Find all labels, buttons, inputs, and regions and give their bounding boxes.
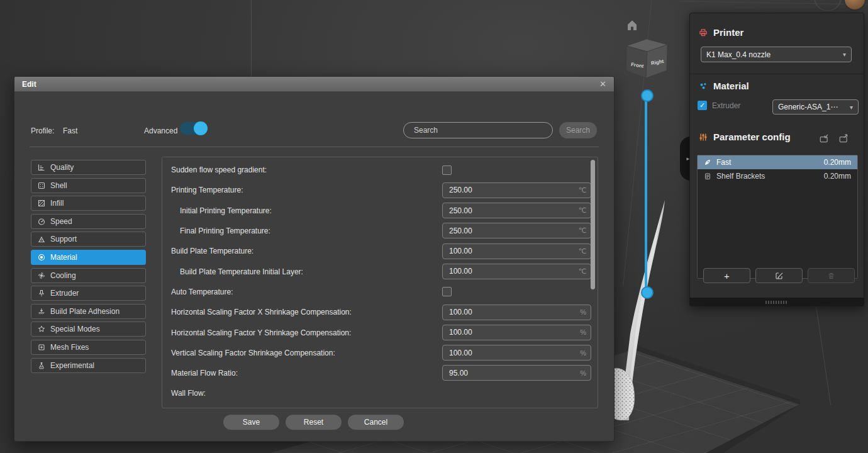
sidebar-item-speed[interactable]: Speed [31,214,146,229]
setting-input[interactable] [443,206,579,215]
printer-dropdown[interactable]: K1 Max_0.4 nozzle ▾ [701,47,852,62]
profile-layer-height: 0.20mm [824,172,851,181]
edit-icon [775,271,784,280]
setting-unit: ℃ [579,226,591,235]
setting-input-box: % [442,365,591,381]
setting-unit: % [580,328,591,336]
right-panel: Printer K1 Max_0.4 nozzle ▾ Material ✓ E… [689,13,864,306]
setting-unit: ℃ [579,267,591,276]
avatar[interactable] [843,0,866,11]
setting-row: Material Flow Ratio: % [162,363,598,383]
quality-icon [38,164,45,171]
setting-row: Sudden flow speed gradient: [162,160,598,180]
setting-unit: % [580,308,591,316]
delete-profile-button[interactable] [808,268,855,283]
import-icon [819,133,829,143]
printer-section-title: Printer [713,27,743,38]
setting-checkbox[interactable] [442,287,452,296]
app-screen: Front Right [0,0,868,453]
setting-input-box: % [442,345,591,361]
setting-row: Horizontal Scaling Factor X Shrinkage Co… [162,302,598,322]
sidebar-item-quality[interactable]: Quality [31,160,146,175]
toolbar-icon-partial [814,0,842,11]
setting-input[interactable] [443,308,580,316]
search-button[interactable]: Search [559,122,597,138]
sidebar-item-label: Quality [50,163,74,172]
panel-bottom-bar [689,298,864,306]
parameter-config-header: Parameter config [699,131,791,142]
toggle-knob [194,121,208,135]
layer-slider-track[interactable] [645,94,647,291]
search-input[interactable] [403,122,553,138]
setting-input[interactable] [443,226,579,235]
view-cube[interactable]: Front Right [623,36,670,82]
advanced-toggle[interactable] [180,122,207,135]
speed-icon [38,218,45,225]
home-view-icon[interactable] [625,18,639,32]
sidebar-item-cooling[interactable]: Cooling [31,268,146,283]
material-section-title: Material [713,81,749,91]
setting-input[interactable] [443,349,580,357]
setting-input[interactable] [443,267,579,276]
setting-input[interactable] [443,369,580,378]
setting-input-box: % [442,325,591,340]
setting-unit: ℃ [579,247,591,255]
cancel-button[interactable]: Cancel [348,415,404,430]
chamber-edge-line [251,0,252,76]
setting-row: Initial Printing Temperature: ℃ [162,201,598,221]
layer-slider-bottom-handle[interactable] [641,286,654,299]
sidebar-item-label: Speed [50,217,72,226]
material-dropdown[interactable]: Generic-ASA_1⋯ ▾ [772,99,859,115]
add-profile-button[interactable]: + [703,268,750,283]
setting-input[interactable] [443,186,579,194]
import-config-button[interactable] [819,133,829,143]
sidebar-item-build-plate-adhesion[interactable]: Build Plate Adhesion [31,304,146,319]
export-icon [838,133,849,143]
close-icon[interactable]: ✕ [599,79,606,89]
reset-button[interactable]: Reset [286,415,342,430]
setting-unit: ℃ [579,186,591,194]
sidebar-item-special-modes[interactable]: Special Modes [31,322,146,337]
setting-input-box: % [442,305,591,320]
profile-actions: + [703,268,855,283]
setting-input[interactable] [443,328,580,337]
sidebar-item-label: Extruder [50,289,79,298]
profile-row-fast[interactable]: Fast 0.20mm [698,155,857,169]
cooling-icon [38,272,45,279]
setting-input-box: ℃ [442,264,591,279]
infill-icon [38,199,45,207]
save-button[interactable]: Save [223,415,279,430]
document-icon [704,172,711,180]
parameter-config-title: Parameter config [713,131,791,142]
setting-label: Sudden flow speed gradient: [162,165,267,174]
profile-row-shelf-brackets[interactable]: Shelf Brackets 0.20mm [698,169,857,183]
settings-scrollbar[interactable] [591,160,595,289]
sidebar-item-experimental[interactable]: Experimental [31,358,146,373]
sidebar-item-support[interactable]: Support [31,232,146,247]
setting-row: Printing Temperature: ℃ [162,180,598,200]
setting-label: Horizontal Scaling Factor Y Shrinkage Co… [162,328,351,337]
export-config-button[interactable] [838,133,849,143]
setting-row: Final Printing Temperature: ℃ [162,221,598,241]
sidebar-item-infill[interactable]: Infill [31,196,146,211]
profile-label: Profile: [31,126,54,135]
extruder-checkbox[interactable]: ✓ [698,101,707,110]
rocket-icon [704,159,711,166]
sidebar-item-mesh-fixes[interactable]: Mesh Fixes [31,340,146,355]
setting-label: Vertical Scaling Factor Shrinkage Compen… [162,349,335,357]
sidebar-item-shell[interactable]: Shell [31,178,146,193]
sidebar-item-extruder[interactable]: Extruder [31,286,146,301]
panel-resize-grip[interactable] [765,301,788,304]
divider [690,74,864,74]
sidebar-item-label: Special Modes [50,325,100,333]
dialog-footer: Save Reset Cancel [223,415,404,430]
printer-section-header: Printer [699,27,743,38]
sidebar-item-label: Infill [50,199,64,208]
setting-checkbox[interactable] [442,165,452,175]
setting-input[interactable] [443,247,579,255]
layer-slider-top-handle[interactable] [641,89,654,102]
sidebar-item-label: Build Plate Adhesion [50,307,120,316]
edit-profile-button[interactable] [755,268,803,283]
dialog-titlebar[interactable]: Edit ✕ [14,77,614,92]
sidebar-item-material[interactable]: Material [31,250,146,265]
